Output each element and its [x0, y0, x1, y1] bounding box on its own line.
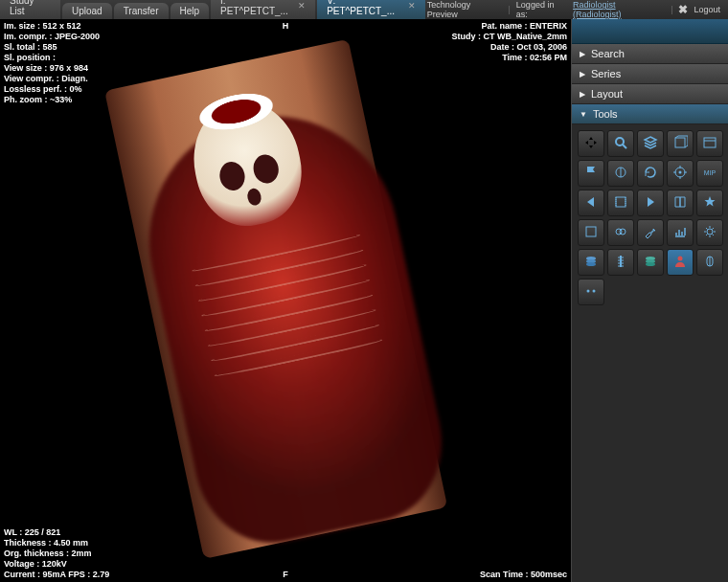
overlay-top-left: Im. size : 512 x 512Im. compr. : JPEG-20… — [4, 21, 100, 105]
orientation-bottom: F — [283, 570, 288, 580]
blank-icon — [583, 224, 599, 241]
top-bar: Study ListUploadTransferHelpI: PET^PETCT… — [0, 0, 728, 19]
tool-play-left[interactable] — [578, 190, 604, 216]
tool-spine[interactable] — [607, 249, 634, 276]
window-icon — [702, 135, 717, 152]
top-right-status: Technology Preview | Logged in as: Radio… — [427, 0, 728, 19]
svg-point-20 — [646, 262, 655, 266]
spine-icon — [613, 254, 628, 271]
tool-play-right[interactable] — [637, 190, 664, 216]
dots-icon — [583, 283, 599, 301]
tool-eye-split[interactable] — [607, 160, 634, 187]
flag-icon — [583, 165, 599, 182]
tool-brain[interactable] — [696, 249, 723, 276]
eye-split-icon — [613, 165, 628, 182]
tool-film[interactable] — [607, 190, 634, 216]
svg-point-21 — [678, 257, 683, 261]
close-icon[interactable]: ✕ — [408, 1, 416, 11]
grid-3d-icon — [672, 135, 688, 152]
film-icon — [613, 194, 628, 212]
accordion-series[interactable]: ▶Series — [572, 64, 728, 84]
tool-blank[interactable] — [578, 219, 604, 246]
tab-i-pet-petct-[interactable]: I: PET^PETCT_...✕ — [211, 0, 315, 19]
svg-line-1 — [623, 145, 626, 148]
logout-icon[interactable]: ✖ — [678, 3, 688, 16]
svg-rect-2 — [675, 138, 685, 147]
tab-strip: Study ListUploadTransferHelpI: PET^PETCT… — [0, 0, 427, 19]
chevron-right-icon: ▶ — [580, 50, 585, 58]
chart-icon — [672, 224, 688, 241]
book-icon — [672, 194, 688, 212]
tool-dots[interactable] — [578, 279, 604, 305]
accordion-tools[interactable]: ▼Tools — [572, 104, 728, 124]
tool-rotate[interactable] — [637, 160, 664, 187]
play-left-icon — [583, 194, 599, 212]
tool-layers[interactable] — [637, 130, 664, 157]
tool-grid-3d[interactable] — [667, 130, 694, 157]
target-icon — [672, 165, 688, 182]
overlay-bottom-right: Scan Time : 500msec — [480, 570, 567, 580]
accordion-layout[interactable]: ▶Layout — [572, 84, 728, 104]
gear2-icon — [702, 224, 717, 241]
tab-upload[interactable]: Upload — [62, 3, 112, 19]
layers-icon — [643, 135, 658, 152]
tool-target[interactable] — [667, 160, 694, 187]
rotate-icon — [643, 165, 658, 182]
svg-point-17 — [586, 262, 596, 266]
stack-blue-icon — [583, 254, 599, 271]
svg-point-22 — [587, 290, 590, 293]
svg-rect-3 — [704, 138, 716, 147]
tool-wrench[interactable] — [637, 219, 664, 246]
viewport[interactable]: H F Im. size : 512 x 512Im. compr. : JPE… — [0, 19, 571, 582]
play-right-icon — [643, 194, 658, 212]
nav-arrows-icon — [583, 135, 599, 152]
circles-icon — [613, 224, 628, 241]
stack-teal-icon — [643, 254, 658, 271]
svg-point-13 — [620, 229, 626, 235]
person-red-icon — [672, 254, 688, 271]
chevron-down-icon: ▼ — [580, 110, 587, 119]
tool-stack-blue[interactable] — [578, 249, 604, 276]
tech-preview-label: Technology Preview — [427, 0, 503, 19]
tab-study-list[interactable]: Study List — [0, 0, 60, 19]
svg-point-23 — [593, 290, 596, 293]
svg-text:MIP: MIP — [704, 169, 717, 176]
svg-rect-10 — [616, 197, 626, 207]
accordion-search[interactable]: ▶Search — [572, 44, 728, 64]
tool-zoom[interactable] — [607, 130, 634, 157]
tools-grid: MIP — [572, 124, 728, 311]
svg-point-14 — [707, 229, 713, 235]
logged-in-label: Logged in as: — [516, 0, 567, 19]
tab-transfer[interactable]: Transfer — [114, 3, 169, 19]
tool-book[interactable] — [667, 190, 694, 216]
svg-point-8 — [679, 171, 682, 174]
chevron-right-icon: ▶ — [580, 90, 585, 99]
overlay-bottom-left: WL : 225 / 821Thickness : 4.50 mmOrg. th… — [4, 527, 109, 580]
chevron-right-icon: ▶ — [580, 70, 585, 78]
mip-icon: MIP — [702, 165, 717, 182]
tool-nav-arrows[interactable] — [578, 130, 604, 157]
tool-stack-teal[interactable] — [637, 249, 664, 276]
tool-window[interactable] — [696, 130, 723, 157]
zoom-icon — [613, 135, 628, 152]
orientation-top: H — [283, 21, 289, 32]
tool-gear2[interactable] — [696, 219, 723, 246]
tab-help[interactable]: Help — [171, 3, 210, 19]
tool-person-red[interactable] — [667, 249, 694, 276]
tool-star[interactable] — [696, 190, 723, 216]
tool-circles[interactable] — [607, 219, 634, 246]
svg-rect-11 — [586, 227, 596, 236]
wrench-icon — [643, 224, 658, 241]
close-icon[interactable]: ✕ — [298, 1, 306, 11]
brand-banner — [572, 19, 728, 44]
brain-icon — [702, 254, 717, 271]
logout-link[interactable]: Logout — [694, 5, 720, 14]
tab-v-pet-petct-[interactable]: V: PET^PETCT_...✕ — [317, 0, 425, 19]
tool-flag[interactable] — [578, 160, 604, 187]
tool-chart[interactable] — [667, 219, 694, 246]
star-icon — [702, 194, 717, 212]
sidebar: ▶Search▶Series▶Layout▼Tools MIP — [571, 19, 728, 582]
tool-mip[interactable]: MIP — [696, 160, 723, 187]
overlay-top-right: Pat. name : ENTERIXStudy : CT WB_Native_… — [451, 21, 567, 63]
user-link[interactable]: Radiologist (Radiologist) — [573, 0, 665, 19]
